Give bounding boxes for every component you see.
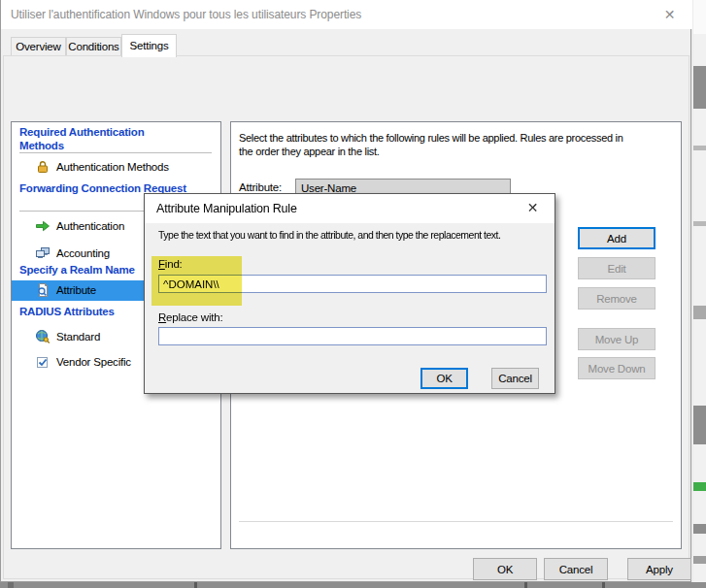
- find-label-accesskey: F: [158, 258, 165, 270]
- desktop-background-strip: [693, 0, 706, 588]
- remove-button[interactable]: Remove: [578, 287, 656, 310]
- replace-with-label: Replace with:: [158, 311, 222, 323]
- attribute-dropdown-label: Attribute:: [239, 181, 282, 193]
- rules-instruction-line-2: the order they appear in the list.: [239, 146, 380, 157]
- tab-overview[interactable]: Overview: [11, 37, 66, 56]
- background-fragment: [693, 482, 706, 491]
- replace-input[interactable]: [158, 327, 547, 345]
- dialog-title-bar: Attribute Manipulation Rule ✕: [145, 194, 555, 223]
- tree-item-attribute[interactable]: Attribute: [56, 284, 96, 296]
- find-input[interactable]: [158, 275, 547, 293]
- move-down-button[interactable]: Move Down: [578, 357, 656, 379]
- tree-header-required-auth: Required Authentication Methods: [19, 125, 189, 152]
- tree-item-accounting[interactable]: Accounting: [56, 247, 110, 259]
- attribute-search-icon: [35, 282, 50, 298]
- rules-list-bottom-border: [239, 521, 673, 522]
- tree-item-standard[interactable]: Standard: [56, 331, 100, 343]
- dialog-cancel-button[interactable]: Cancel: [491, 368, 539, 389]
- cancel-button[interactable]: Cancel: [544, 558, 608, 580]
- attribute-manipulation-rule-dialog: Attribute Manipulation Rule ✕ Type the t…: [144, 193, 555, 394]
- checkbox-icon: [35, 354, 50, 370]
- rules-instruction-line-1: Select the attributes to which the follo…: [239, 132, 623, 144]
- find-label: Find:: [158, 258, 183, 270]
- background-fragment: [194, 582, 197, 588]
- background-fragment: [8, 582, 14, 588]
- find-label-rest: ind:: [165, 258, 183, 270]
- background-fragment: [693, 146, 706, 150]
- desktop-background-bottom-strip: [0, 582, 706, 588]
- window-title: Utiliser l'authentification Windows pour…: [11, 8, 361, 21]
- background-fragment: [693, 524, 706, 534]
- background-fragment: [524, 582, 527, 588]
- replace-label-rest: eplace with:: [166, 311, 222, 323]
- background-fragment: [693, 406, 706, 444]
- ok-button[interactable]: OK: [473, 558, 537, 580]
- tree-header-rule: [19, 152, 212, 153]
- tree-item-authentication[interactable]: Authentication: [56, 220, 124, 232]
- tab-conditions[interactable]: Conditions: [66, 37, 121, 56]
- title-bar: Utiliser l'authentification Windows pour…: [1, 0, 692, 29]
- apply-button[interactable]: Apply: [627, 558, 691, 580]
- dialog-close-icon[interactable]: ✕: [511, 194, 555, 222]
- lock-icon: [35, 159, 50, 175]
- tab-settings[interactable]: Settings: [121, 34, 177, 57]
- computers-icon: [35, 245, 50, 261]
- replace-label-accesskey: R: [158, 311, 166, 323]
- tree-item-vendor-specific[interactable]: Vendor Specific: [56, 356, 131, 368]
- background-fragment: [602, 582, 605, 588]
- dialog-title: Attribute Manipulation Rule: [156, 202, 297, 215]
- window-close-icon[interactable]: ✕: [648, 0, 691, 29]
- background-fragment: [693, 306, 706, 319]
- tree-item-authentication-methods[interactable]: Authentication Methods: [56, 161, 169, 173]
- dialog-ok-button[interactable]: OK: [420, 368, 468, 389]
- background-fragment: [693, 221, 706, 226]
- move-up-button[interactable]: Move Up: [578, 328, 656, 350]
- globe-key-icon: [35, 329, 50, 344]
- edit-button[interactable]: Edit: [578, 257, 656, 279]
- dialog-instruction: Type the text that you want to find in t…: [158, 229, 500, 241]
- background-fragment: [693, 66, 706, 109]
- add-button[interactable]: Add: [578, 227, 656, 249]
- background-fragment: [693, 556, 706, 564]
- forward-arrow-icon: [35, 218, 50, 234]
- background-fragment: [693, 0, 706, 34]
